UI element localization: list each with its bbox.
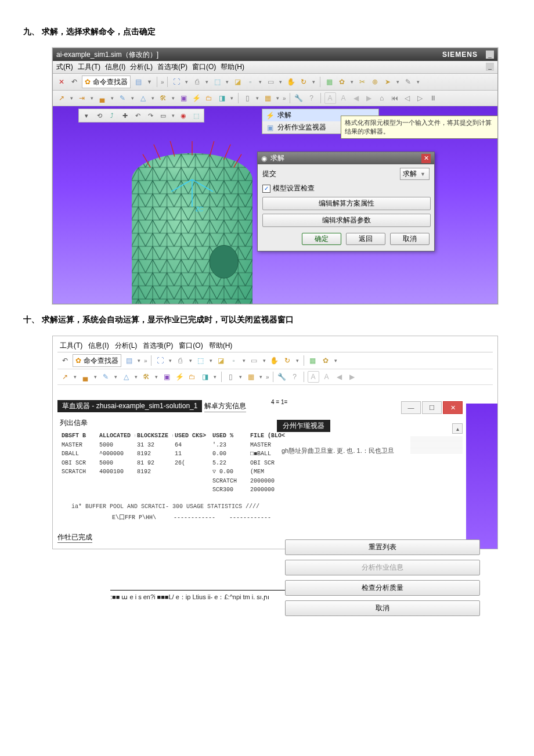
bar-icon[interactable]: ▄ <box>97 93 107 103</box>
menu-format[interactable]: 式(R) <box>56 62 73 72</box>
paper-icon[interactable]: ▫ <box>229 355 239 366</box>
edit-solution-attrs-button[interactable]: 编辑解算方案属性 <box>262 197 431 210</box>
box-view-icon[interactable]: ⬚ <box>191 110 201 121</box>
sketch-icon[interactable]: ✎ <box>117 93 128 103</box>
gear-icon[interactable]: ✿ <box>337 77 347 87</box>
globe-icon[interactable]: ⊕ <box>370 77 380 87</box>
menu-tools[interactable]: 工具(T) <box>78 62 100 72</box>
wrench-icon[interactable]: 🛠 <box>158 93 168 103</box>
sketch-icon[interactable]: ✎ <box>100 372 111 382</box>
a-icon[interactable]: A <box>308 371 319 383</box>
folder-icon[interactable]: 🗀 <box>187 372 197 382</box>
grid-icon[interactable]: ▦ <box>262 93 273 103</box>
pause-icon[interactable]: ⏸ <box>428 93 438 103</box>
grid-icon[interactable]: ▦ <box>246 372 256 382</box>
menu-help[interactable]: 帮助(H) <box>209 341 233 351</box>
a2-icon[interactable]: A <box>322 372 332 382</box>
scroll-up-button[interactable]: ▴ <box>452 423 463 434</box>
reset-list-button[interactable]: 重置列表 <box>285 539 480 555</box>
wrench2-icon[interactable]: 🔧 <box>294 93 304 103</box>
plus-icon[interactable]: ✚ <box>120 110 130 121</box>
wrench-icon[interactable]: 🛠 <box>141 372 151 382</box>
mesh-icon[interactable]: ▦ <box>324 77 334 87</box>
triangle-icon[interactable]: △ <box>121 372 131 382</box>
wrench2-icon[interactable]: 🔧 <box>277 372 287 382</box>
menu-info[interactable]: 信息(I) <box>88 341 109 351</box>
hand-icon[interactable]: ✋ <box>286 77 296 87</box>
menu-preferences[interactable]: 首选项(P) <box>143 341 173 351</box>
submit-select[interactable]: 求解 ▼ <box>400 168 430 180</box>
help-icon[interactable]: ? <box>290 372 300 382</box>
sel-rect-icon[interactable]: ▭ <box>158 110 168 121</box>
arrow-icon[interactable]: ↗ <box>60 372 70 382</box>
maximize-button[interactable]: ☐ <box>422 401 442 414</box>
layer-icon[interactable]: ◪ <box>216 355 226 366</box>
chevron-right-icon[interactable]: » <box>161 79 164 85</box>
back-button[interactable]: 返回 <box>346 233 385 245</box>
dialog-close-button[interactable]: ✕ <box>421 154 431 163</box>
play-prev-icon[interactable]: ◁ <box>402 93 413 103</box>
minimize-button[interactable]: _ <box>486 51 494 59</box>
doc-icon[interactable]: ▯ <box>242 93 252 103</box>
menu-window[interactable]: 窗口(O) <box>192 62 216 72</box>
bar-icon[interactable]: ▄ <box>80 372 91 382</box>
dropdown-icon[interactable]: ▼ <box>146 79 153 85</box>
a-icon[interactable]: A <box>324 92 336 104</box>
mesh-icon[interactable]: ▦ <box>308 355 318 366</box>
model-check-checkbox[interactable]: ✓ 模型设置检查 <box>262 183 430 193</box>
scrollbar-track[interactable] <box>410 436 463 453</box>
minimize-button[interactable]: — <box>401 401 421 414</box>
cube3-icon[interactable]: ◨ <box>217 93 227 103</box>
edit-solver-params-button[interactable]: 编辑求解器参数 <box>262 214 431 227</box>
graphics-canvas[interactable]: ▾ ⟲ ⤴ ✚ ↶ ↷ ▭▾ ◉ ⬚ <box>53 106 497 304</box>
rect-icon[interactable]: ▭ <box>249 355 259 366</box>
chevron-right-icon[interactable]: » <box>283 95 286 102</box>
close-icon[interactable]: ✕ <box>56 77 67 87</box>
help-icon[interactable]: ? <box>306 93 317 103</box>
play-next-icon[interactable]: ▷ <box>415 93 425 103</box>
ok-button[interactable]: 确定 <box>302 233 341 245</box>
print-icon[interactable]: ⎙ <box>192 77 202 87</box>
menu-tools[interactable]: 工具(T) <box>60 341 82 351</box>
fit-icon[interactable]: ⛶ <box>171 77 182 87</box>
rotate-icon[interactable]: ↻ <box>298 77 309 87</box>
menu-preferences[interactable]: 首选项(P) <box>157 62 187 72</box>
cancel-button[interactable]: 取消 <box>285 600 480 616</box>
next-icon[interactable]: ▶ <box>364 93 374 103</box>
cube-icon[interactable]: ⬚ <box>196 355 206 366</box>
dropdown-icon[interactable]: ▾ <box>81 110 92 121</box>
link-icon[interactable]: ⟲ <box>94 110 104 121</box>
rotate-icon[interactable]: ↻ <box>282 355 293 366</box>
fit-icon[interactable]: ⛶ <box>155 355 165 366</box>
a2-icon[interactable]: A <box>338 93 349 103</box>
lightning-icon[interactable]: ⚡ <box>191 93 201 103</box>
triangle-icon[interactable]: △ <box>138 93 148 103</box>
folder-icon[interactable]: 🗀 <box>204 93 214 103</box>
pick-icon[interactable]: ⤴ <box>107 110 117 121</box>
print-icon[interactable]: ⎙ <box>175 355 186 366</box>
menu-help[interactable]: 帮助(H) <box>221 62 244 72</box>
undo-icon[interactable]: ↶ <box>60 355 70 366</box>
table-icon[interactable]: ▣ <box>178 93 189 103</box>
step-icon[interactable]: ⇥ <box>77 93 87 103</box>
prev-icon[interactable]: ◀ <box>334 372 345 382</box>
table-icon[interactable]: ▣ <box>161 372 172 382</box>
gear-icon[interactable]: ✿ <box>320 355 331 366</box>
command-finder[interactable]: ✿ 命令查找器 <box>73 354 121 367</box>
rect-icon[interactable]: ▭ <box>265 77 276 87</box>
hand-icon[interactable]: ✋ <box>269 355 280 366</box>
arrow-icon[interactable]: ↗ <box>56 93 67 103</box>
menu-window[interactable]: 窗口(O) <box>179 341 203 351</box>
chevron-right-icon[interactable]: » <box>144 358 147 364</box>
doc-icon[interactable]: ▯ <box>225 372 236 382</box>
close-button[interactable]: ✕ <box>443 401 463 414</box>
list-icon[interactable]: ▤ <box>133 77 143 87</box>
cancel-button[interactable]: 取消 <box>390 233 430 245</box>
menu-info[interactable]: 信息(I) <box>105 62 125 72</box>
home-icon[interactable]: ⌂ <box>377 93 387 103</box>
menu-analysis[interactable]: 分析(L) <box>115 341 138 351</box>
cube3-icon[interactable]: ◨ <box>200 372 210 382</box>
back-icon[interactable]: ↶ <box>132 110 143 121</box>
axis-icon[interactable]: ➤ <box>383 77 393 87</box>
cube-icon[interactable]: ⬚ <box>212 77 222 87</box>
